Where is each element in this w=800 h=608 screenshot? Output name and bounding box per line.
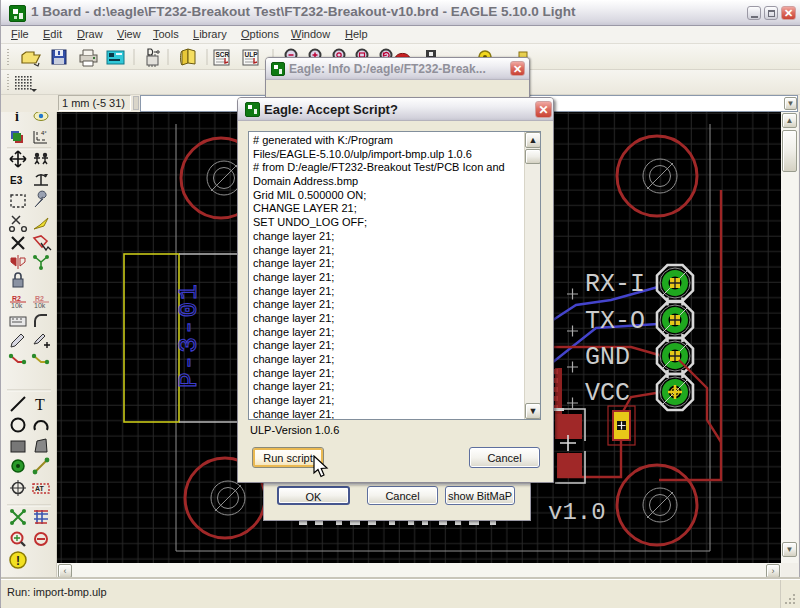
svg-text:AT: AT [35,485,45,492]
svg-text:!: ! [16,554,20,568]
svg-text:i: i [15,112,19,124]
svg-text:4°: 4° [41,130,47,136]
svg-text:TX-O: TX-O [585,307,645,336]
svg-text:10k: 10k [34,302,46,309]
svg-text:VCC: VCC [585,379,630,408]
svg-text:GND: GND [585,343,630,372]
svg-text:E3: E3 [10,175,23,186]
svg-text:RX-I: RX-I [585,270,645,299]
svg-text:10k: 10k [11,302,23,309]
svg-text:R2: R2 [12,295,21,302]
svg-text:R2: R2 [35,295,44,302]
svg-text:v1.0: v1.0 [548,499,606,526]
svg-text:SCR: SCR [216,51,230,58]
svg-text:P-3-01: P-3-01 [174,282,204,388]
svg-text:ULP: ULP [245,51,259,58]
svg-text:T: T [35,396,45,413]
